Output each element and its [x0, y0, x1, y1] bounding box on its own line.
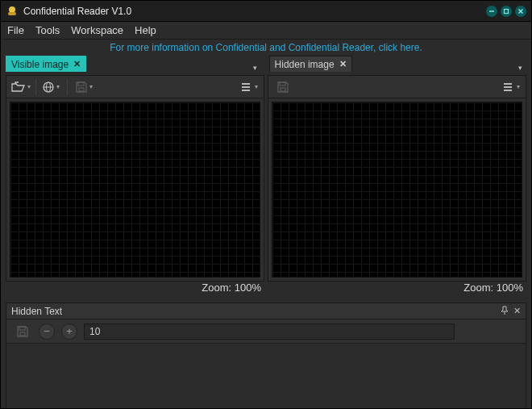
- pin-icon[interactable]: [501, 306, 509, 316]
- svg-rect-1: [8, 12, 16, 15]
- info-link-row: For more information on Confidential and…: [1, 40, 531, 56]
- tabstrip: Visible image ✕ ▾ Hidden image ✕ ▾: [1, 56, 531, 72]
- image-canvas-right[interactable]: [272, 102, 522, 278]
- svg-rect-14: [280, 82, 285, 86]
- dropdown-caret-icon: ▾: [517, 83, 520, 90]
- toolbar-right: ▾: [268, 76, 526, 98]
- menu-file[interactable]: File: [7, 24, 24, 36]
- tab-label: Hidden image: [275, 59, 335, 70]
- menu-tools[interactable]: Tools: [35, 24, 60, 36]
- svg-rect-3: [505, 9, 509, 13]
- zoom-row: Zoom: 100% Zoom: 100%: [1, 282, 531, 298]
- svg-rect-10: [79, 88, 84, 91]
- tab-visible-image[interactable]: Visible image ✕: [6, 56, 86, 72]
- svg-rect-21: [20, 332, 25, 336]
- tab-label: Visible image: [11, 59, 69, 70]
- maximize-button[interactable]: [501, 6, 512, 17]
- zoom-right: Zoom: 100%: [268, 282, 526, 296]
- panel-hidden-image: ▾: [268, 75, 526, 282]
- close-icon[interactable]: ✕: [73, 59, 81, 69]
- menu-button[interactable]: ▾: [501, 78, 521, 96]
- minimize-button[interactable]: [486, 6, 497, 17]
- hidden-text-toolbar: − +: [6, 319, 526, 344]
- save-button[interactable]: [273, 78, 293, 96]
- panels-row: ▾ ▾ ▾: [1, 72, 531, 282]
- separator: [67, 79, 68, 95]
- hidden-text-title: Hidden Text: [11, 306, 62, 317]
- menubar: File Tools Workspace Help: [1, 22, 531, 40]
- toolbar-left: ▾ ▾ ▾: [6, 76, 264, 98]
- save-button[interactable]: [13, 323, 32, 340]
- menu-button[interactable]: ▾: [239, 78, 259, 96]
- globe-button[interactable]: ▾: [41, 78, 60, 96]
- dropdown-caret-icon: ▾: [89, 83, 93, 90]
- open-file-button[interactable]: ▾: [11, 78, 31, 96]
- separator: [35, 79, 36, 95]
- svg-rect-9: [78, 82, 84, 86]
- hidden-text-value-input[interactable]: [84, 323, 455, 340]
- app-icon: [6, 5, 19, 18]
- panel-hidden-text: Hidden Text ✕ − +: [6, 303, 526, 409]
- tab-overflow-right[interactable]: ▾: [515, 64, 526, 72]
- zoom-left: Zoom: 100%: [6, 282, 264, 296]
- increase-button[interactable]: +: [61, 323, 77, 340]
- svg-point-0: [9, 6, 15, 13]
- image-canvas-left[interactable]: [10, 102, 260, 278]
- close-icon[interactable]: ✕: [513, 306, 521, 316]
- menu-help[interactable]: Help: [135, 24, 156, 36]
- panel-visible-image: ▾ ▾ ▾: [6, 75, 264, 282]
- window-controls: [486, 6, 526, 17]
- dropdown-caret-icon: ▾: [56, 83, 60, 90]
- tab-hidden-image[interactable]: Hidden image ✕: [269, 56, 352, 72]
- dropdown-caret-icon: ▾: [27, 83, 31, 90]
- window-title: Confidential Reader V1.0: [23, 6, 486, 17]
- svg-rect-15: [281, 88, 285, 91]
- dropdown-caret-icon: ▾: [255, 83, 258, 90]
- hidden-text-header: Hidden Text ✕: [6, 303, 526, 319]
- hidden-text-body: [6, 344, 526, 409]
- info-link[interactable]: For more information on Confidential and…: [110, 42, 422, 53]
- titlebar: Confidential Reader V1.0: [1, 1, 531, 22]
- tab-overflow-left[interactable]: ▾: [250, 64, 261, 72]
- close-button[interactable]: [515, 6, 526, 17]
- decrease-button[interactable]: −: [39, 323, 55, 340]
- close-icon[interactable]: ✕: [339, 59, 347, 69]
- save-button[interactable]: ▾: [74, 78, 94, 96]
- menu-workspace[interactable]: Workspace: [71, 24, 123, 36]
